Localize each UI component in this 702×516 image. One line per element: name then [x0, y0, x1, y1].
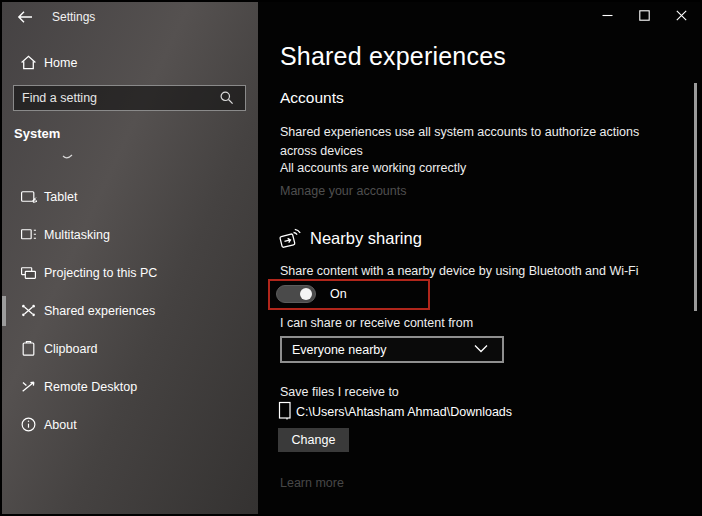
minimize-button[interactable]	[599, 7, 616, 24]
sidebar: Settings Home System	[2, 2, 258, 514]
search-icon[interactable]	[219, 90, 241, 106]
toggle-state-label: On	[330, 287, 347, 301]
save-path-value: C:\Users\Ahtasham Ahmad\Downloads	[296, 405, 512, 419]
remote-desktop-icon	[20, 378, 37, 395]
nearby-sharing-heading: Nearby sharing	[278, 226, 422, 250]
sidebar-item-label: Remote Desktop	[44, 380, 137, 394]
main-pane: Shared experiences Accounts Shared exper…	[258, 2, 700, 514]
vertical-scrollbar[interactable]	[694, 83, 697, 311]
close-icon	[676, 10, 687, 21]
app-title: Settings	[52, 10, 95, 24]
clipboard-icon	[20, 340, 37, 357]
sidebar-section-system: System	[14, 126, 60, 141]
projecting-icon	[20, 264, 37, 281]
sidebar-item-label: Tablet	[44, 190, 77, 204]
multitasking-icon	[20, 226, 37, 243]
page-title: Shared experiences	[280, 42, 506, 71]
back-arrow-icon	[16, 8, 34, 26]
sidebar-item-label: Shared experiences	[44, 304, 155, 318]
nearby-sharing-toggle[interactable]	[276, 285, 316, 303]
sidebar-item-about[interactable]: About	[2, 406, 258, 444]
tablet-icon	[20, 188, 37, 205]
sidebar-item-projecting[interactable]: Projecting to this PC	[2, 254, 258, 292]
sidebar-item-home[interactable]: Home	[2, 50, 258, 78]
search-input[interactable]	[14, 91, 219, 105]
toggle-knob	[300, 288, 312, 300]
selection-indicator	[2, 296, 6, 326]
nearby-sharing-description: Share content with a nearby device by us…	[280, 264, 639, 278]
accounts-description: Shared experiences use all system accoun…	[280, 123, 642, 161]
minimize-icon	[602, 10, 613, 21]
change-button[interactable]: Change	[278, 428, 349, 452]
home-icon	[20, 54, 37, 71]
search-box	[13, 85, 246, 111]
maximize-icon	[639, 10, 650, 21]
back-button[interactable]	[16, 8, 34, 26]
sidebar-item-label: Home	[44, 56, 77, 70]
nearby-sharing-title: Nearby sharing	[310, 229, 422, 248]
nearby-sharing-icon	[278, 226, 302, 250]
sidebar-item-label: Clipboard	[44, 342, 98, 356]
accounts-status: All accounts are working correctly	[280, 161, 466, 175]
sidebar-item-multitasking[interactable]: Multitasking	[2, 216, 258, 254]
partial-scrolled-icon	[62, 152, 76, 162]
save-files-label: Save files I receive to	[280, 385, 399, 399]
close-button[interactable]	[673, 7, 690, 24]
sidebar-item-remote-desktop[interactable]: Remote Desktop	[2, 368, 258, 406]
manage-accounts-link[interactable]: Manage your accounts	[280, 184, 406, 198]
settings-window: Settings Home System	[0, 0, 702, 516]
share-from-label: I can share or receive content from	[280, 316, 473, 330]
chevron-down-icon	[474, 344, 496, 356]
sidebar-item-label: About	[44, 418, 77, 432]
folder-document-icon	[278, 401, 292, 420]
sidebar-item-label: Projecting to this PC	[44, 266, 157, 280]
sidebar-item-clipboard[interactable]: Clipboard	[2, 330, 258, 368]
sidebar-item-label: Multitasking	[44, 228, 110, 242]
shared-experiences-icon	[20, 302, 37, 319]
sidebar-item-shared-experiences[interactable]: Shared experiences	[2, 292, 258, 330]
dropdown-selected-value: Everyone nearby	[282, 343, 474, 357]
learn-more-link[interactable]: Learn more	[280, 476, 344, 490]
share-scope-dropdown[interactable]: Everyone nearby	[280, 336, 504, 363]
maximize-button[interactable]	[636, 7, 653, 24]
sidebar-item-tablet[interactable]: Tablet	[2, 178, 258, 216]
about-icon	[20, 416, 37, 433]
accounts-heading: Accounts	[280, 89, 344, 107]
